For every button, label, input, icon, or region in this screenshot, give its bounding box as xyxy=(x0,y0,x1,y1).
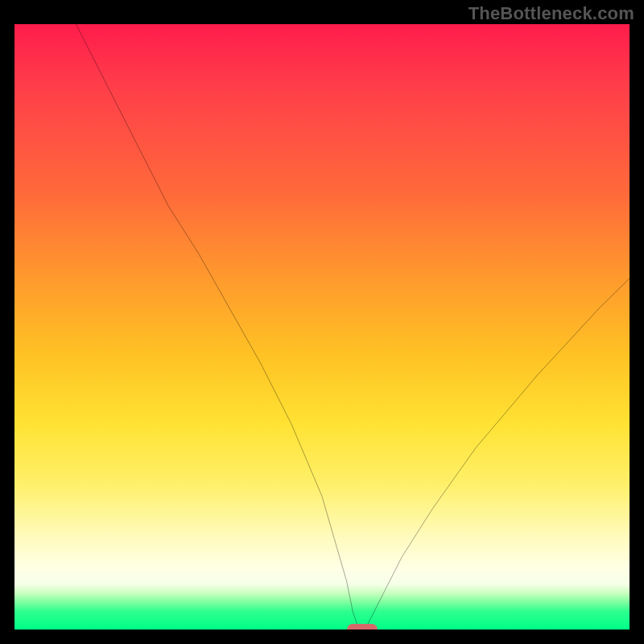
chart-frame: TheBottleneck.com xyxy=(0,0,644,644)
optimum-marker xyxy=(347,624,378,630)
plot-area xyxy=(14,24,630,630)
watermark-text: TheBottleneck.com xyxy=(469,3,634,24)
bottleneck-curve xyxy=(14,24,630,630)
